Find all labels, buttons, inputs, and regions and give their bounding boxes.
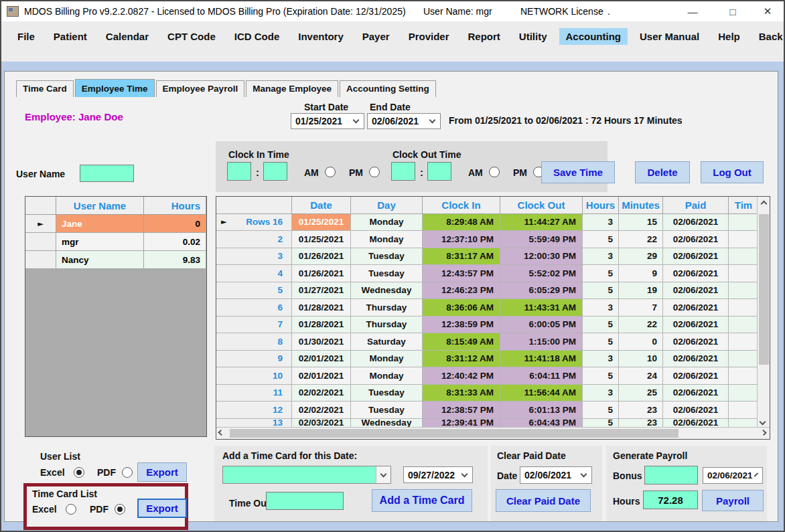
clock-out-cell[interactable]: 1:15:00 PM [500,333,583,351]
time-card-row[interactable]: 801/30/2021Saturday8:15:49 AM1:15:00 PM5… [216,333,758,351]
hours-cell[interactable]: 3 [583,248,619,266]
close-button[interactable]: ✕ [753,1,782,21]
menu-item-back[interactable]: Back [752,28,785,45]
clock-out-cell[interactable]: 6:05:29 PM [500,282,583,300]
hours-cell[interactable]: 5 [583,402,619,419]
time-card-row[interactable]: 1302/03/2021Wednesday12:39:41 PM6:04:43 … [216,419,758,428]
end-date-select[interactable]: 02/06/2021 [367,113,441,129]
date-cell[interactable]: 01/26/2021 [292,248,351,266]
save-time-button[interactable]: Save Time [541,161,615,183]
minutes-cell[interactable]: 29 [619,248,663,266]
hours-cell[interactable]: 5 [583,317,619,334]
day-cell[interactable]: Thursday [351,299,423,317]
time-card-row[interactable]: 1002/01/2021Monday12:40:42 PM6:04:11 PM5… [216,367,758,385]
date-cell[interactable]: 01/28/2021 [292,299,351,317]
clock-in-cell[interactable]: 8:15:49 AM [423,333,500,351]
delete-button[interactable]: Delete [635,161,690,183]
menu-item-report[interactable]: Report [461,28,506,45]
time-card-row[interactable]: 1102/02/2021Tuesday8:31:33 AM11:56:44 AM… [216,385,758,402]
clock-out-cell[interactable]: 6:04:43 PM [500,419,583,428]
paid-cell[interactable]: 02/06/2021 [663,231,729,248]
menu-item-inventory[interactable]: Inventory [291,28,350,45]
date-cell[interactable]: 02/03/2021 [292,419,351,428]
user-list-excel-radio[interactable] [74,467,84,478]
clock-in-cell[interactable]: 12:46:23 PM [423,282,500,300]
date-cell[interactable]: 01/30/2021 [292,333,351,351]
day-cell[interactable]: Wednesday [351,282,423,300]
time-out-hours-input[interactable] [266,492,344,510]
date-cell[interactable]: 01/26/2021 [292,265,351,282]
clock-out-cell[interactable]: 5:52:02 PM [500,265,583,282]
payroll-date-select[interactable]: 02/06/2021 [703,467,763,484]
day-cell[interactable]: Tuesday [351,402,423,419]
time-card-row[interactable]: 1202/02/2021Tuesday12:38:57 PM6:01:13 PM… [216,402,758,419]
date-cell[interactable]: 01/25/2021 [292,231,351,248]
date-cell[interactable]: 01/27/2021 [292,282,351,300]
menu-item-patient[interactable]: Patient [47,28,94,45]
day-cell[interactable]: Monday [351,367,423,385]
clock-out-cell[interactable]: 11:56:44 AM [500,385,583,402]
minutes-cell[interactable]: 0 [619,333,663,351]
clock-out-cell[interactable]: 6:01:13 PM [500,402,583,419]
clock-out-cell[interactable]: 12:00:30 PM [500,248,583,266]
minutes-cell[interactable]: 24 [619,367,663,385]
hours-cell[interactable]: 5 [583,367,619,385]
date-cell[interactable]: 01/28/2021 [292,317,351,334]
horizontal-scrollbar[interactable] [216,427,770,439]
hours-cell[interactable]: 3 [583,385,619,402]
date-cell[interactable]: 02/02/2021 [292,385,351,402]
day-cell[interactable]: Monday [351,214,423,232]
clock-in-cell[interactable]: 12:38:57 PM [423,402,500,419]
bonus-input[interactable] [644,466,698,484]
day-cell[interactable]: Tuesday [351,385,423,402]
time-extra-cell[interactable] [729,299,758,317]
time-card-row[interactable]: 201/25/2021Monday12:37:10 PM5:59:49 PM52… [216,231,758,248]
minutes-cell[interactable]: 19 [619,282,663,300]
time-card-list-export-button[interactable]: Export [137,499,187,518]
hours-cell[interactable]: 3 [583,351,619,368]
paid-cell[interactable]: 02/06/2021 [663,282,729,300]
paid-cell[interactable]: 02/06/2021 [663,351,729,368]
date-cell[interactable]: 02/02/2021 [292,402,351,419]
paid-cell[interactable]: 02/06/2021 [663,299,729,317]
tab-employee-time[interactable]: Employee Time [75,79,155,97]
clock-out-minute-input[interactable] [427,162,451,181]
day-cell[interactable]: Wednesday [351,419,423,428]
hours-cell[interactable]: 5 [583,231,619,248]
menu-item-help[interactable]: Help [711,28,747,45]
time-extra-cell[interactable] [729,367,758,385]
paid-cell[interactable]: 02/06/2021 [663,385,729,402]
day-cell[interactable]: Monday [351,231,423,248]
menu-item-user-manual[interactable]: User Manual [633,28,706,45]
vertical-scroll-thumb[interactable] [759,214,769,365]
time-extra-cell[interactable] [729,265,758,282]
day-cell[interactable]: Monday [351,351,423,368]
clock-out-cell[interactable]: 11:43:31 AM [500,299,583,317]
clock-out-am-radio[interactable] [489,167,500,177]
start-date-select[interactable]: 01/25/2021 [291,113,364,129]
clock-out-cell[interactable]: 11:44:27 AM [500,214,583,232]
clock-out-hour-input[interactable] [391,162,415,181]
time-extra-cell[interactable] [729,282,758,300]
time-extra-cell[interactable] [729,317,758,334]
scroll-left-icon[interactable] [216,428,228,440]
paid-cell[interactable]: 02/06/2021 [663,248,729,266]
tab-employee-payroll[interactable]: Employee Payroll [156,80,245,97]
minutes-cell[interactable]: 23 [619,419,663,428]
time-card-row[interactable]: 501/27/2021Wednesday12:46:23 PM6:05:29 P… [216,282,758,300]
clock-out-cell[interactable]: 5:59:49 PM [500,231,583,248]
time-extra-cell[interactable] [729,351,758,368]
scroll-up-icon[interactable] [758,197,770,208]
hours-cell[interactable]: 3 [583,214,619,232]
minutes-cell[interactable]: 15 [619,214,663,232]
time-card-row[interactable]: 701/28/2021Thursday12:38:59 PM6:00:05 PM… [216,317,758,334]
time-card-row[interactable]: 301/26/2021Tuesday8:31:17 AM12:00:30 PM3… [216,248,758,266]
menu-item-utility[interactable]: Utility [512,28,554,45]
menu-item-cpt-code[interactable]: CPT Code [161,28,222,45]
tab-manage-employee[interactable]: Manage Employee [246,80,338,97]
hours-cell[interactable]: 3 [583,299,619,317]
time-extra-cell[interactable] [729,333,758,351]
tab-accounting-setting[interactable]: Accounting Setting [340,80,436,97]
clock-in-pm-radio[interactable] [369,167,380,177]
clock-out-cell[interactable]: 11:41:18 AM [500,351,583,368]
